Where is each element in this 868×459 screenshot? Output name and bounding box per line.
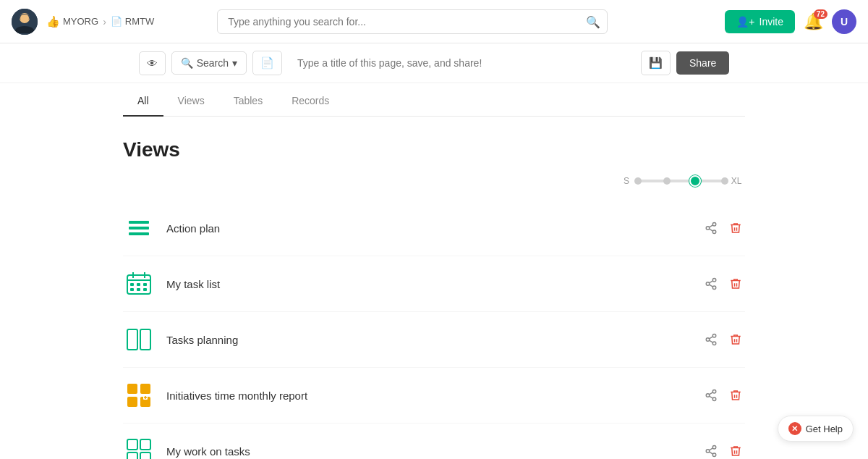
view-name: Initiatives time monthly report	[166, 389, 690, 402]
breadcrumb-org[interactable]: 👍 MYORG	[46, 15, 98, 28]
svg-line-54	[709, 448, 712, 450]
tabs: All Views Tables Records	[123, 86, 745, 117]
svg-rect-48	[127, 452, 137, 459]
document-icon: 📄	[260, 56, 274, 70]
svg-rect-17	[137, 283, 140, 286]
avatar[interactable]	[12, 9, 38, 35]
svg-rect-4	[129, 221, 149, 224]
view-name: Tasks planning	[166, 334, 690, 346]
share-view-button[interactable]	[702, 442, 720, 459]
toolbar: 👁 🔍 Search ▾ 📄 💾 Share	[0, 43, 868, 83]
view-actions	[702, 274, 745, 293]
svg-rect-20	[137, 288, 140, 291]
chevron-down-icon: ▾	[232, 57, 237, 69]
view-actions	[702, 330, 745, 349]
svg-line-10	[709, 229, 712, 231]
svg-point-24	[712, 286, 716, 290]
view-icon-grid	[123, 435, 155, 459]
svg-point-22	[712, 279, 716, 282]
svg-rect-28	[140, 329, 150, 350]
view-icon-columns	[123, 324, 155, 355]
svg-line-53	[709, 452, 712, 454]
user-menu-button[interactable]: U	[832, 9, 856, 34]
slider-track[interactable]	[638, 180, 725, 182]
svg-point-52	[712, 453, 716, 457]
share-view-button[interactable]	[702, 330, 720, 349]
notification-badge: 72	[814, 9, 827, 19]
svg-point-51	[706, 450, 710, 453]
save-icon: 💾	[649, 56, 663, 69]
slider-dot-s	[634, 177, 642, 185]
delete-view-button[interactable]	[726, 442, 745, 459]
delete-view-button[interactable]	[726, 386, 745, 405]
view-icon-gallery	[123, 379, 155, 411]
svg-rect-16	[130, 283, 134, 286]
tab-tables[interactable]: Tables	[219, 86, 277, 117]
delete-view-button[interactable]	[726, 219, 745, 237]
get-help-icon: ✕	[788, 422, 801, 435]
breadcrumb: 👍 MYORG › 📄 RMTW	[46, 15, 154, 28]
main-content: All Views Tables Records Views S XL	[109, 86, 760, 459]
slider-dot-l	[689, 175, 701, 187]
svg-rect-21	[143, 288, 147, 291]
slider-dot-m	[663, 177, 671, 185]
list-item: Action plan	[123, 201, 745, 256]
global-search: 🔍	[217, 9, 608, 34]
page-title-input[interactable]	[288, 51, 635, 75]
tab-views[interactable]: Views	[163, 86, 219, 117]
global-search-button[interactable]: 🔍	[586, 14, 600, 28]
view-name: My task list	[166, 278, 690, 290]
views-list: Action plan	[123, 201, 745, 459]
view-icon-list	[123, 212, 155, 244]
svg-line-26	[709, 281, 712, 283]
svg-rect-35	[140, 384, 150, 394]
view-name: My work on tasks	[166, 445, 690, 458]
breadcrumb-page[interactable]: 📄 RMTW	[111, 16, 154, 27]
svg-point-9	[712, 230, 716, 234]
view-actions	[702, 386, 745, 405]
svg-rect-34	[127, 384, 137, 394]
svg-rect-18	[143, 283, 147, 286]
svg-point-43	[712, 397, 716, 401]
size-slider-row: S XL	[123, 176, 745, 186]
svg-line-44	[709, 396, 712, 398]
global-search-input[interactable]	[217, 9, 608, 34]
view-icon-calendar	[123, 268, 155, 300]
save-button[interactable]: 💾	[641, 51, 671, 75]
share-button[interactable]: Share	[676, 51, 729, 75]
header: 👍 MYORG › 📄 RMTW 🔍 👤+ Invite 🔔 72 U	[0, 0, 868, 43]
share-view-button[interactable]	[702, 386, 720, 405]
list-item: Tasks planning	[123, 312, 745, 368]
svg-rect-5	[129, 227, 149, 230]
delete-view-button[interactable]	[726, 330, 745, 349]
svg-point-8	[706, 227, 710, 230]
document-icon-button[interactable]: 📄	[252, 51, 282, 75]
share-view-button[interactable]	[702, 274, 720, 293]
size-slider[interactable]: S XL	[618, 176, 745, 186]
notifications-button[interactable]: 🔔 72	[804, 12, 823, 31]
size-s: S	[618, 176, 635, 186]
view-actions	[702, 219, 745, 237]
list-item: My task list	[123, 256, 745, 312]
tab-records[interactable]: Records	[277, 86, 344, 117]
header-right: 👤+ Invite 🔔 72 U	[725, 9, 856, 34]
svg-point-42	[706, 394, 710, 397]
svg-rect-36	[127, 397, 137, 407]
delete-view-button[interactable]	[726, 274, 745, 293]
search-dropdown-button[interactable]: 🔍 Search ▾	[171, 51, 247, 75]
svg-rect-46	[127, 439, 137, 450]
get-help-button[interactable]: ✕ Get Help	[778, 416, 854, 442]
preview-button[interactable]: 👁	[139, 51, 166, 75]
svg-rect-27	[127, 329, 137, 350]
svg-line-11	[709, 225, 712, 227]
section-title: Views	[123, 138, 745, 161]
svg-rect-6	[129, 232, 149, 235]
svg-rect-49	[140, 452, 150, 459]
tab-all[interactable]: All	[123, 86, 163, 117]
invite-button[interactable]: 👤+ Invite	[725, 10, 795, 33]
share-view-button[interactable]	[702, 219, 720, 237]
svg-line-32	[709, 340, 712, 342]
size-xl: XL	[728, 176, 745, 186]
view-actions	[702, 442, 745, 459]
svg-point-29	[712, 334, 716, 338]
